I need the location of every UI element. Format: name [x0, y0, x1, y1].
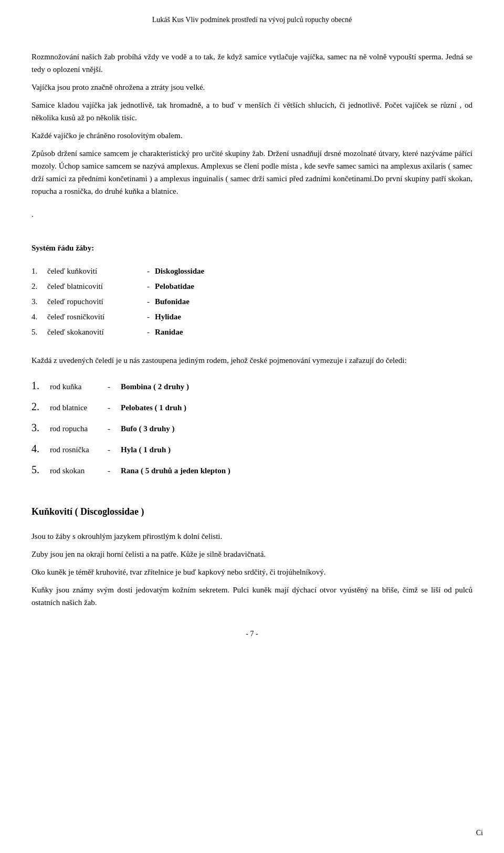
- large-dash: -: [108, 401, 116, 414]
- section-heading: Kuňkovití ( Discoglossidae ): [32, 504, 472, 519]
- large-label: rod skokan: [50, 464, 102, 477]
- large-num: 1.: [32, 377, 45, 394]
- main-content: Rozmnožování našich žab probíhá vždy ve …: [32, 50, 472, 609]
- large-label: rod ropucha: [50, 422, 102, 435]
- large-label: rod kuňka: [50, 380, 102, 393]
- list-label: čeleď skokanovití: [47, 326, 142, 338]
- header-text: Lukáš Kus Vliv podmínek prostředí na výv…: [152, 16, 352, 24]
- system-list: 1. čeleď kuňkovití - Diskoglossidae 2. č…: [32, 265, 472, 338]
- list-label: čeleď rosničkovití: [47, 310, 142, 323]
- intro-paragraph-2: Vajíčka jsou proto značně ohrožena a ztr…: [32, 81, 472, 93]
- large-num: 4.: [32, 440, 45, 457]
- list-dash: -: [147, 265, 150, 277]
- list-value: Pelobatidae: [155, 280, 194, 293]
- final-paragraph-4: Kuňky jsou známy svým dosti jedovatým ko…: [32, 584, 472, 609]
- large-value: Hyla ( 1 druh ): [121, 443, 171, 456]
- list-item: 5. čeleď skokanovití - Ranidae: [32, 326, 472, 338]
- intro-paragraph-4: Každé vajíčko je chráněno rosolovitým ob…: [32, 129, 472, 142]
- page-container: Lukáš Kus Vliv podmínek prostředí na výv…: [0, 0, 504, 853]
- large-num: 5.: [32, 461, 45, 478]
- large-value: Bufo ( 3 druhy ): [121, 422, 175, 435]
- list-label: čeleď blatnicovití: [47, 280, 142, 293]
- system-title: Systém řádu žáby:: [32, 242, 472, 254]
- genus-list-item: 4. rod rosnička - Hyla ( 1 druh ): [32, 440, 472, 457]
- list-dash: -: [147, 280, 150, 293]
- final-paragraph-2: Zuby jsou jen na okraji horní čelisti a …: [32, 548, 472, 560]
- list-dash: -: [147, 326, 150, 338]
- list-value: Hylidae: [155, 310, 181, 323]
- list-item: 4. čeleď rosničkovití - Hylidae: [32, 310, 472, 323]
- large-num: 2.: [32, 398, 45, 415]
- list-label: čeleď ropuchovití: [47, 295, 142, 308]
- corner-text: Ci: [476, 829, 483, 837]
- genus-list-item: 1. rod kuňka - Bombina ( 2 druhy ): [32, 377, 472, 394]
- dot-text: .: [32, 210, 34, 219]
- connecting-paragraph: Každá z uvedených čeledí je u nás zastou…: [32, 354, 472, 367]
- list-item: 2. čeleď blatnicovití - Pelobatidae: [32, 280, 472, 293]
- list-num: 5.: [32, 326, 42, 338]
- final-paragraph-1: Jsou to žáby s okrouhlým jazykem přirost…: [32, 530, 472, 543]
- list-num: 3.: [32, 295, 42, 308]
- list-label: čeleď kuňkovití: [47, 265, 142, 277]
- list-num: 2.: [32, 280, 42, 293]
- large-dash: -: [108, 443, 116, 456]
- genus-list-item: 3. rod ropucha - Bufo ( 3 druhy ): [32, 419, 472, 436]
- large-dash: -: [108, 422, 116, 435]
- large-num: 3.: [32, 419, 45, 436]
- intro-paragraph-5: Způsob držení samice samcem je charakter…: [32, 147, 472, 197]
- genus-list-item: 5. rod skokan - Rana ( 5 druhů a jeden k…: [32, 461, 472, 478]
- intro-paragraph-3: Samice kladou vajíčka jak jednotlivě, ta…: [32, 99, 472, 124]
- list-value: Diskoglossidae: [155, 265, 204, 277]
- page-number: - 7 -: [32, 630, 472, 638]
- list-value: Ranidae: [155, 326, 183, 338]
- large-label: rod blatnice: [50, 401, 102, 414]
- list-value: Bufonidae: [155, 295, 190, 308]
- list-dash: -: [147, 295, 150, 308]
- large-value: Rana ( 5 druhů a jeden klepton ): [121, 464, 230, 477]
- large-dash: -: [108, 464, 116, 477]
- genus-list-item: 2. rod blatnice - Pelobates ( 1 druh ): [32, 398, 472, 415]
- list-item: 1. čeleď kuňkovití - Diskoglossidae: [32, 265, 472, 277]
- final-paragraph-3: Oko kuněk je téměř kruhovité, tvar zříte…: [32, 566, 472, 578]
- large-dash: -: [108, 380, 116, 393]
- list-num: 1.: [32, 265, 42, 277]
- list-num: 4.: [32, 310, 42, 323]
- list-item: 3. čeleď ropuchovití - Bufonidae: [32, 295, 472, 308]
- dot-spacer: .: [32, 208, 472, 221]
- page-header: Lukáš Kus Vliv podmínek prostředí na výv…: [32, 16, 472, 29]
- large-value: Pelobates ( 1 druh ): [121, 401, 186, 414]
- list-dash: -: [147, 310, 150, 323]
- genus-list: 1. rod kuňka - Bombina ( 2 druhy ) 2. ro…: [32, 377, 472, 478]
- intro-paragraph-1: Rozmnožování našich žab probíhá vždy ve …: [32, 50, 472, 76]
- large-value: Bombina ( 2 druhy ): [121, 380, 189, 393]
- large-label: rod rosnička: [50, 443, 102, 456]
